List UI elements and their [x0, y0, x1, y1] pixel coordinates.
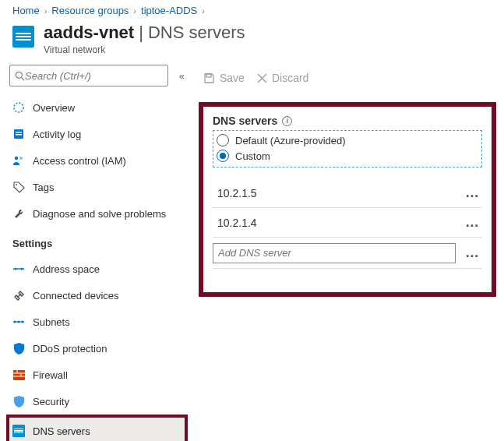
plug-icon — [12, 289, 25, 302]
dns-radio-group: Default (Azure-provided) Custom — [213, 130, 482, 168]
sidebar-item-activity-log[interactable]: Activity log — [9, 121, 191, 147]
discard-button[interactable]: Discard — [257, 72, 308, 84]
virtual-network-icon — [12, 26, 34, 48]
highlighted-menu-item: DNS servers — [6, 415, 188, 441]
add-dns-server-row: … — [213, 238, 482, 269]
sidebar-item-diagnose[interactable]: Diagnose and solve problems — [9, 200, 191, 227]
panel-heading: DNS servers i — [213, 115, 482, 127]
sidebar-item-access-control[interactable]: Access control (IAM) — [9, 147, 191, 174]
svg-rect-16 — [13, 370, 25, 380]
page-subtitle: Virtual network — [44, 44, 245, 55]
sidebar-item-address-space[interactable]: Address space — [9, 256, 191, 282]
info-icon[interactable]: i — [282, 116, 292, 126]
wrench-icon — [12, 207, 25, 220]
sidebar-item-subnets[interactable]: Subnets — [9, 309, 191, 335]
shield-icon — [12, 342, 25, 355]
sidebar-item-overview[interactable]: Overview — [9, 94, 191, 121]
breadcrumb-home[interactable]: Home — [12, 5, 40, 16]
more-menu-icon[interactable]: … — [462, 185, 481, 201]
sidebar-item-ddos[interactable]: DDoS protection — [9, 335, 191, 362]
search-icon — [15, 71, 25, 81]
close-icon — [257, 73, 267, 83]
svg-point-11 — [21, 268, 23, 270]
command-bar: Save Discard — [199, 65, 496, 91]
radio-default[interactable]: Default (Azure-provided) — [217, 132, 478, 148]
breadcrumb: Home › Resource groups › tiptoe-ADDS › — [0, 0, 504, 19]
more-menu-icon[interactable]: … — [462, 245, 481, 261]
radio-custom[interactable]: Custom — [217, 148, 478, 164]
svg-rect-4 — [16, 132, 22, 133]
sidebar-item-tags[interactable]: Tags — [9, 174, 191, 200]
svg-point-7 — [19, 157, 23, 160]
radio-icon — [217, 134, 229, 146]
security-shield-icon — [12, 395, 25, 407]
add-dns-server-input[interactable] — [213, 243, 456, 263]
dns-server-value: 10.2.1.4 — [217, 217, 257, 229]
svg-point-8 — [16, 184, 17, 185]
svg-point-6 — [15, 157, 18, 160]
chevron-right-icon: › — [133, 6, 136, 16]
firewall-icon — [12, 369, 25, 381]
subnets-icon — [12, 316, 25, 328]
dns-server-row: 10.2.1.5 … — [213, 178, 482, 208]
page-title-row: aadds-vnet | DNS servers Virtual network — [0, 19, 504, 65]
settings-section-header: Settings — [9, 227, 191, 256]
people-icon — [12, 154, 25, 167]
sidebar: « Overview Activity log Access control (… — [0, 65, 191, 441]
chevron-right-icon: › — [202, 6, 205, 16]
svg-rect-21 — [206, 74, 211, 77]
svg-point-13 — [14, 321, 16, 323]
sidebar-item-firewall[interactable]: Firewall — [9, 362, 191, 388]
svg-point-10 — [15, 268, 17, 270]
svg-point-2 — [14, 103, 23, 112]
tag-icon — [12, 181, 25, 193]
log-icon — [12, 128, 25, 140]
svg-rect-5 — [16, 134, 22, 136]
address-space-icon — [12, 263, 25, 275]
sidebar-item-dns-servers[interactable]: DNS servers — [9, 418, 185, 441]
chevron-right-icon: › — [44, 6, 48, 16]
main-content: Save Discard DNS servers i Default (Azur… — [191, 65, 504, 441]
save-button[interactable]: Save — [203, 72, 245, 84]
breadcrumb-resource-groups[interactable]: Resource groups — [51, 5, 129, 16]
dns-server-value: 10.2.1.5 — [217, 187, 257, 199]
breadcrumb-parent-resource[interactable]: tiptoe-ADDS — [141, 5, 197, 16]
vnet-icon — [12, 425, 25, 437]
sidebar-item-security[interactable]: Security — [9, 388, 191, 415]
page-title: aadds-vnet | DNS servers — [44, 23, 245, 43]
collapse-sidebar-icon[interactable]: « — [176, 70, 188, 82]
dns-server-list: 10.2.1.5 … 10.2.1.4 … … — [213, 178, 482, 269]
dns-servers-panel: DNS servers i Default (Azure-provided) C… — [199, 102, 496, 297]
more-menu-icon[interactable]: … — [462, 214, 481, 231]
svg-point-15 — [22, 321, 24, 323]
save-icon — [203, 72, 215, 84]
dns-server-row: 10.2.1.4 … — [213, 208, 482, 238]
sidebar-search[interactable] — [9, 65, 168, 86]
sidebar-item-connected-devices[interactable]: Connected devices — [9, 282, 191, 309]
globe-icon — [12, 101, 25, 114]
svg-line-1 — [22, 77, 25, 80]
svg-point-0 — [16, 72, 22, 78]
radio-checked-icon — [217, 150, 229, 162]
search-input[interactable] — [25, 70, 163, 82]
svg-point-14 — [18, 321, 20, 323]
